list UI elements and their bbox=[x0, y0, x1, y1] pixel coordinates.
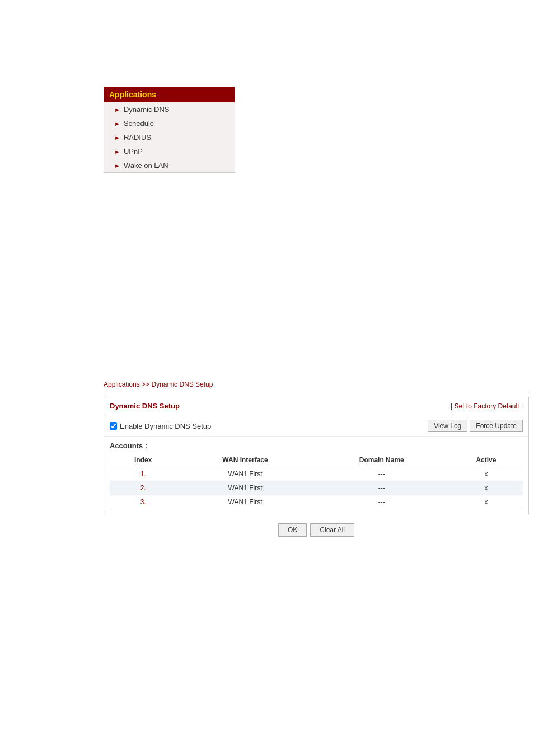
cell-domain: --- bbox=[314, 467, 449, 481]
sidebar-item-label: RADIUS bbox=[124, 133, 151, 142]
cell-active: x bbox=[449, 467, 523, 481]
sidebar: Applications ► Dynamic DNS► Schedule► RA… bbox=[104, 87, 235, 173]
factory-default-link[interactable]: Set to Factory Default bbox=[451, 402, 523, 410]
sidebar-item-label: Dynamic DNS bbox=[124, 105, 170, 114]
sidebar-item-label: Wake on LAN bbox=[124, 161, 168, 170]
col-active: Active bbox=[449, 453, 523, 467]
col-domain: Domain Name bbox=[314, 453, 449, 467]
col-wan: WAN Interface bbox=[176, 453, 313, 467]
sidebar-item-upnp[interactable]: ► UPnP bbox=[104, 144, 235, 158]
enable-dns-checkbox[interactable] bbox=[110, 422, 117, 430]
cell-index[interactable]: 2. bbox=[110, 481, 176, 495]
accounts-section: Accounts : Index WAN Interface Domain Na… bbox=[104, 437, 528, 514]
cell-active: x bbox=[449, 481, 523, 495]
enable-buttons: View Log Force Update bbox=[428, 420, 523, 432]
footer-buttons: OK Clear All bbox=[104, 523, 529, 537]
table-body: 1. WAN1 First --- x 2. WAN1 First --- x … bbox=[110, 467, 523, 509]
sidebar-item-wake-on-lan[interactable]: ► Wake on LAN bbox=[104, 158, 235, 172]
view-log-button[interactable]: View Log bbox=[428, 420, 467, 432]
enable-label: Enable Dynamic DNS Setup bbox=[120, 422, 211, 430]
cell-domain: --- bbox=[314, 481, 449, 495]
table-row: 2. WAN1 First --- x bbox=[110, 481, 523, 495]
arrow-icon: ► bbox=[114, 106, 120, 113]
col-index: Index bbox=[110, 453, 176, 467]
dns-table: Index WAN Interface Domain Name Active 1… bbox=[110, 453, 523, 509]
setup-header: Dynamic DNS Setup Set to Factory Default bbox=[104, 397, 528, 415]
accounts-label: Accounts : bbox=[110, 442, 523, 450]
sidebar-header: Applications bbox=[104, 87, 235, 102]
setup-title: Dynamic DNS Setup bbox=[110, 402, 180, 410]
ok-button[interactable]: OK bbox=[278, 523, 307, 537]
cell-active: x bbox=[449, 495, 523, 509]
sidebar-menu: ► Dynamic DNS► Schedule► RADIUS► UPnP► W… bbox=[104, 102, 235, 173]
main-content: Applications >> Dynamic DNS Setup Dynami… bbox=[104, 381, 529, 537]
enable-left: Enable Dynamic DNS Setup bbox=[110, 422, 211, 430]
cell-wan: WAN1 First bbox=[176, 467, 313, 481]
sidebar-item-radius[interactable]: ► RADIUS bbox=[104, 130, 235, 144]
setup-panel: Dynamic DNS Setup Set to Factory Default… bbox=[104, 397, 529, 514]
cell-wan: WAN1 First bbox=[176, 481, 313, 495]
cell-domain: --- bbox=[314, 495, 449, 509]
arrow-icon: ► bbox=[114, 134, 120, 141]
cell-index[interactable]: 1. bbox=[110, 467, 176, 481]
force-update-button[interactable]: Force Update bbox=[470, 420, 523, 432]
arrow-icon: ► bbox=[114, 148, 120, 155]
index-link[interactable]: 2. bbox=[140, 484, 146, 492]
index-link[interactable]: 3. bbox=[140, 498, 146, 506]
cell-index[interactable]: 3. bbox=[110, 495, 176, 509]
table-row: 1. WAN1 First --- x bbox=[110, 467, 523, 481]
sidebar-item-label: Schedule bbox=[124, 119, 154, 128]
clear-all-button[interactable]: Clear All bbox=[310, 523, 354, 537]
table-head: Index WAN Interface Domain Name Active bbox=[110, 453, 523, 467]
enable-row: Enable Dynamic DNS Setup View Log Force … bbox=[104, 415, 528, 437]
arrow-icon: ► bbox=[114, 162, 120, 169]
index-link[interactable]: 1. bbox=[140, 470, 146, 478]
sidebar-item-dynamic-dns[interactable]: ► Dynamic DNS bbox=[104, 102, 235, 116]
cell-wan: WAN1 First bbox=[176, 495, 313, 509]
table-row: 3. WAN1 First --- x bbox=[110, 495, 523, 509]
sidebar-item-label: UPnP bbox=[124, 147, 143, 156]
arrow-icon: ► bbox=[114, 120, 120, 127]
breadcrumb: Applications >> Dynamic DNS Setup bbox=[104, 381, 529, 392]
sidebar-item-schedule[interactable]: ► Schedule bbox=[104, 116, 235, 130]
table-header-row: Index WAN Interface Domain Name Active bbox=[110, 453, 523, 467]
